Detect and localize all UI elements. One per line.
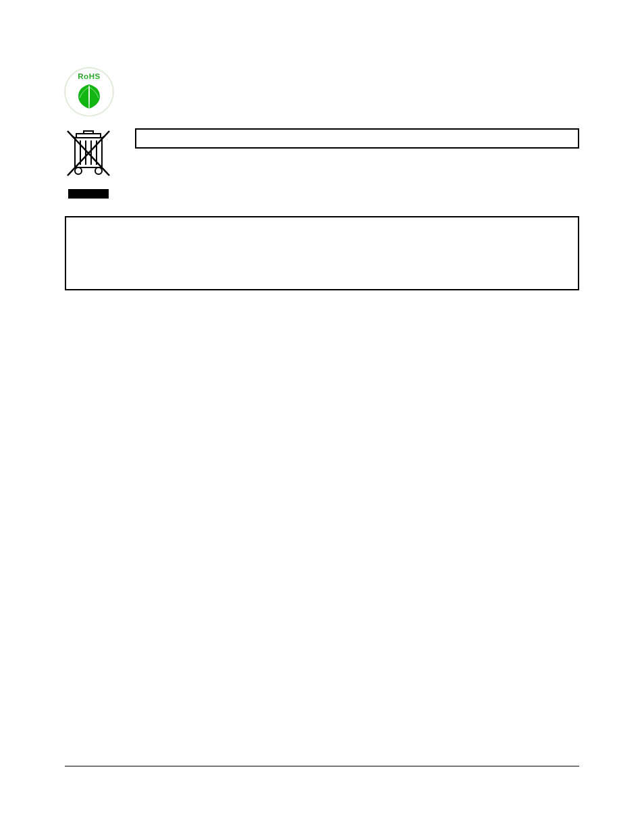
weee-row <box>65 128 579 199</box>
weee-bin-icon <box>65 128 112 199</box>
ce-warning-box <box>65 216 579 290</box>
svg-point-9 <box>75 167 82 174</box>
svg-rect-4 <box>84 131 93 134</box>
rohs-icon: RoHS <box>65 68 113 116</box>
weee-underline-bar <box>68 189 109 199</box>
page: RoHS <box>0 0 644 834</box>
footer-divider <box>65 766 579 766</box>
svg-point-10 <box>95 167 102 174</box>
weee-directive-box <box>135 128 579 149</box>
rohs-compliance-block: RoHS <box>65 68 579 116</box>
leaf-icon <box>74 83 104 110</box>
rohs-icon-label: RoHS <box>63 72 115 80</box>
